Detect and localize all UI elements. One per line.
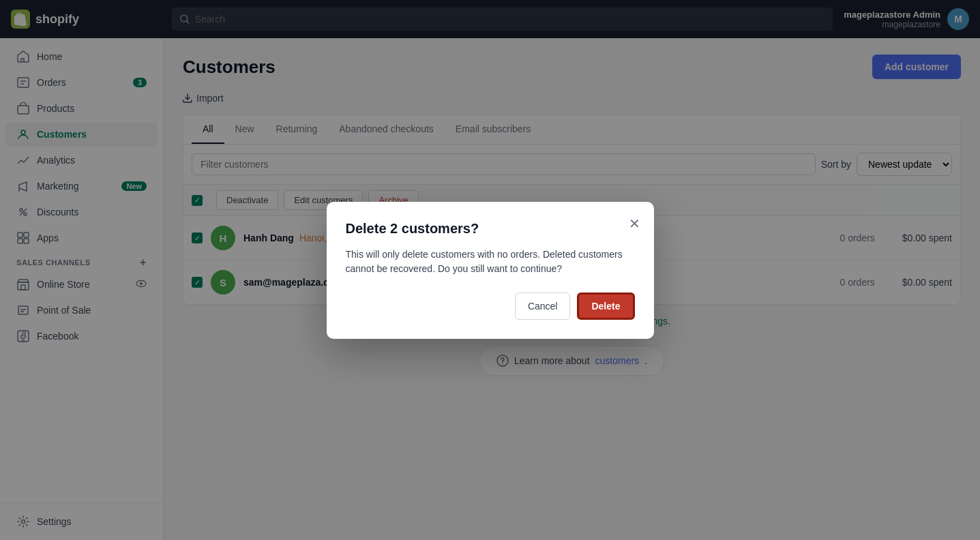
- delete-modal: ✕ Delete 2 customers? This will only del…: [327, 202, 654, 339]
- modal-title: Delete 2 customers?: [346, 221, 635, 237]
- cancel-button[interactable]: Cancel: [515, 292, 571, 320]
- modal-body: This will only delete customers with no …: [346, 247, 635, 276]
- delete-button[interactable]: Delete: [577, 292, 634, 320]
- modal-actions: Cancel Delete: [346, 292, 635, 320]
- modal-overlay[interactable]: ✕ Delete 2 customers? This will only del…: [0, 0, 980, 540]
- modal-close-button[interactable]: ✕: [629, 215, 640, 232]
